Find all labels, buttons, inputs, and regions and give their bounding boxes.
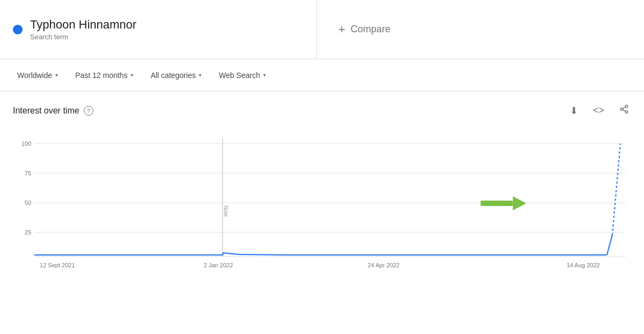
category-filter[interactable]: All categories ▾ — [144, 68, 208, 83]
search-term-panel: Typhoon Hinnamnor Search term — [0, 0, 317, 59]
chart-header-right: ⬇ <> — [568, 102, 631, 119]
search-term-text: Typhoon Hinnamnor Search term — [30, 18, 136, 41]
download-button[interactable]: ⬇ — [568, 103, 580, 119]
search-term-name: Typhoon Hinnamnor — [30, 18, 136, 32]
chart-area: 100 75 50 25 Note 12 Sept 202 — [13, 127, 631, 278]
chart-header: Interest over time ? ⬇ <> — [13, 102, 631, 119]
svg-point-0 — [625, 105, 628, 108]
search-term-dot — [13, 25, 23, 34]
svg-rect-11 — [481, 201, 513, 206]
category-label: All categories — [150, 71, 196, 80]
filters-bar: Worldwide ▾ Past 12 months ▾ All categor… — [0, 59, 644, 91]
svg-line-4 — [623, 107, 625, 109]
svg-point-1 — [620, 108, 623, 111]
svg-point-2 — [625, 111, 628, 113]
x-label-aug2022: 14 Aug 2022 — [567, 262, 600, 268]
trend-line-spike-dotted — [612, 144, 620, 235]
chart-title: Interest over time — [13, 106, 79, 116]
category-dropdown-arrow: ▾ — [199, 72, 201, 78]
embed-button[interactable]: <> — [591, 103, 606, 118]
location-dropdown-arrow: ▾ — [55, 72, 58, 78]
x-label-jan2022: 2 Jan 2022 — [204, 262, 233, 268]
x-label-sept2021: 12 Sept 2021 — [40, 262, 75, 268]
search-term-label: Search term — [30, 33, 68, 41]
search-type-label: Web Search — [219, 71, 260, 80]
svg-line-3 — [623, 110, 625, 111]
x-label-apr2022: 24 Apr 2022 — [368, 262, 400, 268]
share-button[interactable] — [617, 102, 631, 119]
chart-section: Interest over time ? ⬇ <> 100 75 — [0, 91, 644, 289]
trend-line — [34, 253, 607, 255]
help-icon[interactable]: ? — [84, 106, 93, 116]
plus-icon: + — [338, 23, 345, 37]
time-range-dropdown-arrow: ▾ — [131, 72, 133, 78]
green-arrow-group — [481, 196, 526, 210]
y-label-75: 75 — [25, 170, 31, 176]
search-type-dropdown-arrow: ▾ — [263, 72, 266, 78]
time-range-filter[interactable]: Past 12 months ▾ — [69, 68, 140, 83]
y-label-100: 100 — [21, 140, 31, 147]
header-section: Typhoon Hinnamnor Search term + Compare — [0, 0, 644, 59]
note-label: Note — [223, 205, 229, 217]
compare-panel[interactable]: + Compare — [317, 0, 644, 59]
location-filter[interactable]: Worldwide ▾ — [11, 68, 64, 83]
search-type-filter[interactable]: Web Search ▾ — [212, 68, 272, 83]
y-label-50: 50 — [25, 200, 31, 206]
trend-line-spike-start — [607, 235, 612, 255]
svg-marker-12 — [513, 196, 526, 210]
chart-header-left: Interest over time ? — [13, 106, 93, 116]
chart-svg: 100 75 50 25 Note 12 Sept 202 — [13, 127, 631, 278]
compare-label: Compare — [351, 24, 390, 35]
location-label: Worldwide — [17, 71, 52, 80]
time-range-label: Past 12 months — [75, 71, 127, 80]
y-label-25: 25 — [25, 229, 31, 236]
